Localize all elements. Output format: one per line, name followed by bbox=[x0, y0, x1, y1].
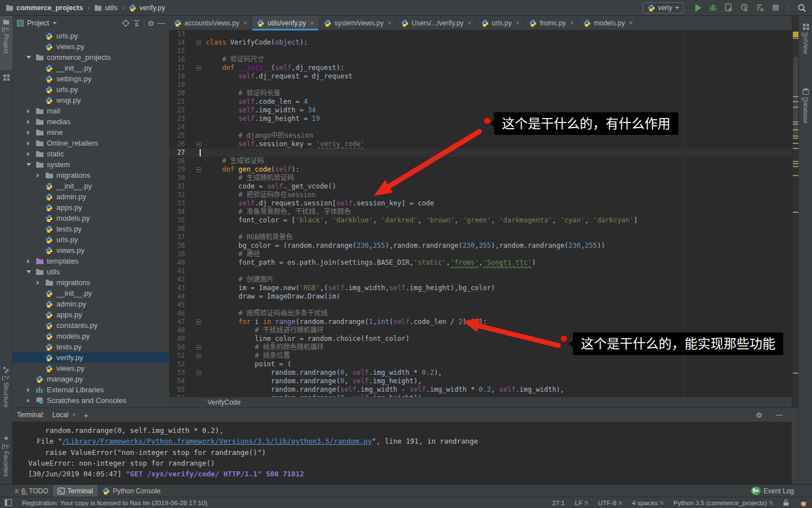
code-line-24[interactable]: 24 bbox=[169, 123, 792, 132]
tab-urls.py[interactable]: urls.py× bbox=[476, 16, 524, 30]
close-icon[interactable]: × bbox=[310, 19, 314, 27]
warning-stripe-mark[interactable] bbox=[793, 101, 798, 102]
chevron-collapsed-icon[interactable] bbox=[37, 281, 39, 285]
code-line-36[interactable]: 36 bbox=[169, 225, 792, 233]
chevron-collapsed-icon[interactable] bbox=[27, 152, 30, 156]
tab-utils-verify.py[interactable]: utils/verify.py× bbox=[252, 16, 319, 30]
hide-panel-button[interactable]: — bbox=[776, 411, 783, 419]
close-icon[interactable]: × bbox=[387, 19, 391, 27]
line-separator-widget[interactable]: LF⇅ bbox=[575, 500, 588, 506]
debug-button[interactable] bbox=[709, 3, 717, 12]
tree-item-admin.py[interactable]: admin.py bbox=[12, 191, 169, 202]
code-line-22[interactable]: 22 self.img_width = 34 bbox=[169, 106, 792, 115]
tree-item-__init__.py[interactable]: __init__.py bbox=[12, 63, 169, 73]
tool-window-button-sciview[interactable]: SciView bbox=[799, 24, 812, 80]
tree-item-medias[interactable]: medias bbox=[12, 116, 169, 127]
tree-item-settings.py[interactable]: settings.py bbox=[12, 73, 169, 84]
tree-item-views.py[interactable]: views.py bbox=[12, 41, 169, 52]
fold-marker-icon[interactable] bbox=[196, 167, 201, 172]
tab-accounts-views.py[interactable]: accounts/views.py× bbox=[169, 16, 252, 30]
code-line-47[interactable]: 47 for i in range(random.randrange(1,int… bbox=[169, 318, 792, 326]
profiler-button[interactable] bbox=[740, 3, 749, 12]
chevron-collapsed-icon[interactable] bbox=[27, 109, 30, 113]
tool-window-button-project[interactable]: 1: Project bbox=[0, 16, 12, 70]
warning-stripe-mark[interactable] bbox=[793, 175, 798, 176]
code-line-46[interactable]: 46 # 按照验证码画出多条干扰线 bbox=[169, 309, 792, 318]
warning-stripe-mark[interactable] bbox=[793, 124, 798, 125]
chevron-collapsed-icon[interactable] bbox=[27, 120, 30, 124]
tool-window-button-todo[interactable]: ≡ 6: TODO bbox=[10, 485, 53, 497]
tree-item-urls.py[interactable]: urls.py bbox=[12, 30, 169, 41]
chevron-collapsed-icon[interactable] bbox=[27, 259, 30, 264]
run-button[interactable] bbox=[695, 4, 701, 12]
code-line-18[interactable]: 18 self.dj_request = dj_request bbox=[169, 72, 792, 81]
code-line-44[interactable]: 44 draw = ImageDraw.Draw(im) bbox=[169, 292, 792, 301]
tab-models.py[interactable]: models.py× bbox=[579, 16, 638, 30]
collapse-all-button[interactable] bbox=[133, 20, 140, 27]
code-line-45[interactable]: 45 bbox=[169, 301, 792, 309]
chevron-down-icon[interactable] bbox=[52, 22, 57, 24]
toggle-toolwindows-icon[interactable] bbox=[5, 499, 12, 506]
code-line-31[interactable]: 31 code = self._get_vcode() bbox=[169, 182, 792, 191]
fold-marker-icon[interactable] bbox=[196, 353, 201, 358]
tree-item-urls.py[interactable]: urls.py bbox=[12, 234, 169, 245]
tree-item-migrations[interactable]: migrations bbox=[12, 170, 169, 181]
close-icon[interactable]: × bbox=[515, 19, 519, 27]
breadcrumb-class[interactable]: VerifyCode bbox=[208, 398, 241, 406]
code-line-35[interactable]: 35 font_color = ['black', 'darkblue', 'd… bbox=[169, 216, 792, 225]
chevron-collapsed-icon[interactable] bbox=[27, 388, 30, 392]
interpreter-widget[interactable]: Python 3.5 (commerce_projects)⇅ bbox=[673, 500, 773, 506]
tool-window-button-python-console[interactable]: Python Console bbox=[98, 485, 165, 497]
code-line-53[interactable]: 53 random.randrange(0, self.img_width * … bbox=[169, 369, 792, 377]
warning-stripe-mark[interactable] bbox=[793, 163, 798, 164]
code-line-33[interactable]: 33 self.dj_request.session[self.session_… bbox=[169, 199, 792, 208]
tree-item-mine[interactable]: mine bbox=[12, 127, 169, 138]
warning-stripe-mark[interactable] bbox=[793, 161, 798, 162]
caret-position-widget[interactable]: 27:1 bbox=[552, 500, 564, 506]
tab-users-...-verify.py[interactable]: Users/.../verify.py× bbox=[396, 16, 476, 30]
warning-stripe-mark[interactable] bbox=[793, 107, 798, 108]
tool-window-button-terminal[interactable]: Terminal bbox=[53, 485, 98, 497]
fold-marker-icon[interactable] bbox=[196, 345, 201, 350]
close-icon[interactable]: × bbox=[467, 19, 471, 27]
code-line-19[interactable]: 19 bbox=[169, 81, 792, 89]
code-line-38[interactable]: 38 bg_color = (random.randrange(230,255)… bbox=[169, 242, 792, 250]
tree-item-wsgi.py[interactable]: wsgi.py bbox=[12, 95, 169, 106]
close-icon[interactable]: × bbox=[570, 19, 573, 27]
tree-item-static[interactable]: static bbox=[12, 148, 169, 159]
breadcrumb-project[interactable]: commerce_projects bbox=[6, 4, 83, 12]
code-line-20[interactable]: 20 # 验证码长度 bbox=[169, 89, 792, 98]
code-line-29[interactable]: 29 def gen_code(self): bbox=[169, 165, 792, 174]
breadcrumb-file[interactable]: verify.py bbox=[129, 4, 165, 12]
tree-item-manage.py[interactable]: manage.py bbox=[12, 374, 169, 384]
fold-marker-icon[interactable] bbox=[196, 319, 201, 325]
code-line-17[interactable]: 17 def __init__(self,dj_request): bbox=[169, 64, 792, 72]
tree-item-online_retailers[interactable]: Online_retailers bbox=[12, 138, 169, 148]
code-line-40[interactable]: 40 font_path = os.path.join(settings.BAS… bbox=[169, 259, 792, 267]
tree-item-utils[interactable]: utils bbox=[12, 266, 169, 277]
event-log-button[interactable]: 9+ Event Log bbox=[747, 485, 798, 497]
chevron-expanded-icon[interactable] bbox=[27, 163, 31, 166]
code-line-52[interactable]: 52 point = ( bbox=[169, 360, 792, 369]
code-line-41[interactable]: 41 bbox=[169, 267, 792, 275]
new-session-button[interactable]: + bbox=[83, 410, 89, 420]
close-icon[interactable]: × bbox=[72, 411, 76, 419]
tree-item-views.py[interactable]: views.py bbox=[12, 363, 169, 374]
code-line-23[interactable]: 23 self.img_height = 19 bbox=[169, 115, 792, 123]
tree-item-mall[interactable]: mall bbox=[12, 106, 169, 116]
concurrency-diagram-button[interactable] bbox=[756, 3, 765, 12]
fold-marker-icon[interactable] bbox=[196, 142, 201, 147]
tool-window-button-database[interactable]: Database bbox=[799, 88, 812, 150]
tree-item-commerce_projects[interactable]: commerce_projects bbox=[12, 52, 169, 63]
code-line-27[interactable]: 27 bbox=[169, 148, 792, 157]
close-icon[interactable]: × bbox=[629, 19, 633, 27]
tree-item-constants.py[interactable]: constants.py bbox=[12, 320, 169, 331]
tree-item-tests.py[interactable]: tests.py bbox=[12, 224, 169, 234]
tree-item-__init__.py[interactable]: __init__.py bbox=[12, 181, 169, 191]
warning-stripe-mark[interactable] bbox=[793, 212, 798, 213]
warning-stripe-mark[interactable] bbox=[793, 135, 798, 137]
warning-stripe-mark[interactable] bbox=[793, 138, 798, 139]
locate-file-button[interactable] bbox=[122, 19, 130, 27]
project-panel-title[interactable]: Project bbox=[27, 19, 49, 27]
code-line-21[interactable]: 21 self.code_len = 4 bbox=[169, 98, 792, 106]
